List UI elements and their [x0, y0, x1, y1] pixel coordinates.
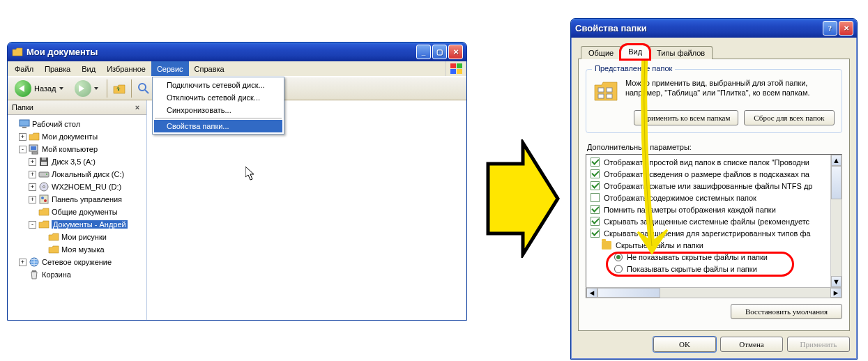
search-button[interactable]: [136, 81, 151, 96]
checkbox[interactable]: [591, 169, 600, 178]
minimize-button[interactable]: _: [416, 45, 431, 59]
dd-disconnect-drive[interactable]: Отключить сетевой диск...: [154, 91, 282, 104]
scroll-track[interactable]: [831, 199, 842, 276]
list-item[interactable]: Отображать сжатые или зашифрованные файл…: [586, 180, 830, 192]
folders-panel: Папки × Рабочий стол+Мои документы-Мой к…: [8, 100, 147, 320]
svg-point-19: [41, 197, 44, 199]
tree-node[interactable]: -Мой компьютер: [9, 143, 145, 155]
tree-node[interactable]: Корзина: [9, 268, 145, 281]
tree-label: Документы - Андрей: [52, 220, 128, 229]
svg-rect-22: [598, 88, 604, 92]
checkbox[interactable]: [591, 217, 600, 226]
restore-defaults-button[interactable]: Восстановить умолчания: [731, 304, 842, 319]
svg-rect-13: [41, 162, 47, 165]
menu-help[interactable]: Справка: [189, 61, 230, 76]
svg-rect-10: [32, 152, 38, 154]
tree-node[interactable]: Общие документы: [9, 206, 145, 218]
dd-folder-options[interactable]: Свойства папки...: [154, 120, 282, 132]
option-label: Помнить параметры отображения каждой пап…: [604, 206, 776, 214]
tree-label: Моя музыка: [61, 245, 105, 254]
tree-label: Мой компьютер: [42, 145, 98, 153]
back-button[interactable]: Назад: [10, 79, 68, 98]
dd-map-drive[interactable]: Подключить сетевой диск...: [154, 79, 282, 91]
tree-node[interactable]: +Диск 3,5 (A:): [9, 155, 145, 168]
scroll-left-button[interactable]: ◄: [586, 288, 597, 298]
tree-expander[interactable]: -: [29, 221, 36, 229]
menu-favorites[interactable]: Избранное: [101, 61, 151, 76]
tree-node[interactable]: +Мои документы: [9, 130, 145, 143]
tree-label: Диск 3,5 (A:): [52, 158, 96, 166]
tree-node[interactable]: +Локальный диск (C:): [9, 168, 145, 180]
scroll-right-button[interactable]: ►: [830, 288, 842, 298]
tree-expander[interactable]: +: [19, 259, 26, 266]
list-item[interactable]: Скрытые файлы и папки: [586, 239, 830, 251]
checkbox[interactable]: [591, 181, 600, 190]
tree-expander[interactable]: -: [19, 146, 26, 153]
dd-sync[interactable]: Синхронизовать...: [154, 104, 282, 116]
maximize-button[interactable]: ▢: [432, 45, 447, 59]
dialog-title: Свойства папки: [575, 23, 823, 33]
tree-node[interactable]: Мои рисунки: [9, 231, 145, 243]
scroll-down-button[interactable]: ▼: [831, 276, 842, 287]
tree-expander[interactable]: +: [29, 196, 36, 203]
svg-rect-6: [20, 120, 29, 126]
tree-expander[interactable]: +: [29, 158, 36, 166]
list-item[interactable]: Отображать простой вид папок в списке па…: [586, 156, 830, 168]
list-item[interactable]: Отображать содержимое системных папок: [586, 192, 830, 203]
list-item[interactable]: Отображать сведения о размере файлов в п…: [586, 168, 830, 180]
tree-expander[interactable]: +: [29, 183, 36, 191]
tree-expander[interactable]: +: [29, 171, 36, 178]
tree-node[interactable]: Рабочий стол: [9, 118, 145, 130]
scroll-thumb[interactable]: [597, 288, 660, 298]
checkbox[interactable]: [591, 193, 600, 202]
explorer-titlebar[interactable]: Мои документы _ ▢ ✕: [8, 43, 466, 61]
menu-file[interactable]: Файл: [9, 61, 39, 76]
checkbox[interactable]: [591, 158, 600, 167]
cursor-icon: [245, 167, 255, 180]
cancel-button[interactable]: Отмена: [720, 337, 783, 352]
checkbox[interactable]: [591, 229, 600, 238]
forward-button[interactable]: [70, 79, 102, 98]
tab-general[interactable]: Общие: [581, 46, 621, 59]
ok-button[interactable]: OK: [653, 337, 716, 352]
tab-view[interactable]: Вид: [620, 45, 650, 59]
list-item[interactable]: Не показывать скрытые файлы и папки: [586, 251, 830, 263]
close-button[interactable]: ✕: [839, 21, 853, 36]
folder-options-dialog: Свойства папки ? ✕ Общие Вид Типы файлов…: [570, 18, 858, 360]
tree-expander[interactable]: +: [19, 133, 26, 141]
scroll-track[interactable]: [660, 288, 830, 298]
radio[interactable]: [614, 265, 623, 273]
tree-node[interactable]: +WX2HOEM_RU (D:): [9, 180, 145, 193]
close-button[interactable]: ✕: [448, 45, 463, 59]
radio[interactable]: [614, 253, 623, 261]
apply-button[interactable]: Применить: [787, 337, 850, 352]
vertical-scrollbar[interactable]: ▲ ▼: [830, 155, 842, 287]
tree-node[interactable]: +Панель управления: [9, 193, 145, 206]
tree-node[interactable]: -Документы - Андрей: [9, 218, 145, 231]
option-label: Скрывать расширения для зарегистрированн…: [604, 229, 811, 238]
help-button[interactable]: ?: [823, 21, 837, 36]
option-label: Отображать сведения о размере файлов в п…: [604, 170, 809, 178]
menu-view[interactable]: Вид: [76, 61, 101, 76]
list-item[interactable]: Скрывать расширения для зарегистрированн…: [586, 227, 830, 239]
advanced-options-list: Отображать простой вид папок в списке па…: [586, 154, 842, 288]
scroll-up-button[interactable]: ▲: [831, 155, 842, 166]
menu-tools[interactable]: Сервис: [151, 61, 189, 76]
up-folder-button[interactable]: [112, 81, 127, 96]
reset-all-button[interactable]: Сброс для всех папок: [744, 110, 835, 125]
tree-node[interactable]: Моя музыка: [9, 243, 145, 256]
menu-edit[interactable]: Правка: [39, 61, 76, 76]
list-item[interactable]: Помнить параметры отображения каждой пап…: [586, 203, 830, 215]
scroll-thumb[interactable]: [831, 166, 842, 199]
tree-node[interactable]: +Сетевое окружение: [9, 256, 145, 268]
horizontal-scrollbar[interactable]: ◄ ►: [586, 287, 842, 298]
checkbox[interactable]: [591, 205, 600, 214]
list-item[interactable]: Показывать скрытые файлы и папки: [586, 263, 830, 275]
list-item[interactable]: Скрывать защищенные системные файлы (рек…: [586, 215, 830, 227]
tree-label: Локальный диск (C:): [52, 170, 124, 178]
tree-label: Сетевое окружение: [42, 258, 112, 266]
dialog-titlebar[interactable]: Свойства папки ? ✕: [571, 19, 857, 38]
apply-all-button[interactable]: Применить ко всем папкам: [634, 110, 738, 125]
close-panel-button[interactable]: ×: [132, 102, 142, 112]
tab-filetypes[interactable]: Типы файлов: [649, 46, 713, 59]
